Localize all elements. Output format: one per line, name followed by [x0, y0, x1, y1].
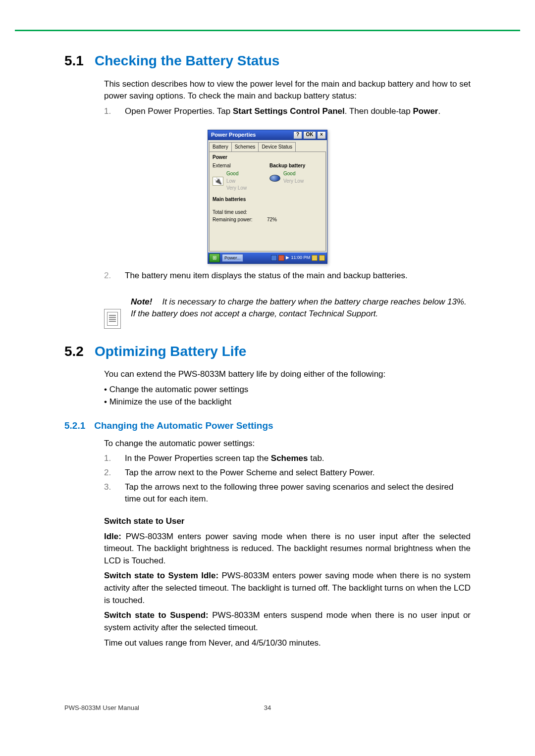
power-properties-window: Power Properties ? OK × Battery Schemes … — [208, 130, 327, 264]
power-properties-figure: Power Properties ? OK × Battery Schemes … — [15, 130, 520, 264]
suspend-para: Switch state to Suspend: PWS-8033M enter… — [104, 609, 471, 634]
system-idle-para: Switch state to System Idle: PWS-8033M e… — [104, 570, 471, 606]
t: In the Power Properties screen tap the — [125, 454, 271, 463]
external-low: Low — [226, 178, 247, 185]
step-num: 1. — [104, 453, 116, 465]
t: . Then double-tap — [345, 106, 413, 116]
heading-num: 5.2.1 — [15, 419, 85, 433]
heading-num: 5.2 — [15, 342, 84, 362]
total-time-label: Total time used: — [213, 209, 267, 216]
step-521-1: 1. In the Power Properties screen tap th… — [104, 453, 471, 465]
b: Switch state to System Idle: — [104, 571, 218, 580]
footer-page-number: 34 — [264, 704, 271, 713]
tab-schemes[interactable]: Schemes — [231, 142, 259, 152]
backup-battery-icon — [269, 175, 280, 182]
step-521-3: 3. Tap the arrows next to the following … — [104, 481, 471, 505]
bullet-2: • Minimize the use of the backlight — [104, 396, 471, 408]
tray-icon[interactable] — [271, 255, 277, 261]
b: Schemes — [271, 454, 308, 463]
b: Switch state to Suspend: — [104, 610, 209, 620]
switch-state-user-head: Switch state to User — [104, 515, 471, 528]
idle-para: Idle: PWS-8033M enters power saving mode… — [104, 531, 471, 567]
heading-text: Optimizing Battery Life — [95, 342, 246, 362]
external-label: External — [213, 162, 266, 170]
step-text: The battery menu item displays the statu… — [125, 270, 408, 282]
taskbar-power-button[interactable]: Power... — [222, 254, 243, 262]
t: PWS-8033M enters power saving mode when … — [104, 532, 471, 565]
tray-icon[interactable] — [319, 255, 325, 261]
help-button[interactable]: ? — [293, 131, 302, 139]
b: Start — [233, 106, 252, 116]
heading-5-2-1: 5.2.1 Changing the Automatic Power Setti… — [15, 419, 520, 433]
b: Idle: — [104, 532, 121, 541]
power-group-label: Power — [213, 154, 322, 161]
heading-num: 5.1 — [15, 51, 84, 71]
remaining-label: Remaining power: — [213, 216, 267, 224]
note-text: Note!It is necessary to charge the batte… — [131, 296, 471, 320]
step-num: 1. — [104, 105, 116, 118]
taskbar-clock: 11:00 PM — [291, 254, 310, 261]
taskbar-power-label: Power... — [224, 255, 241, 261]
note-icon — [104, 309, 121, 329]
tab-bar: Battery Schemes Device Status — [208, 140, 327, 152]
backup-verylow: Very Low — [283, 178, 304, 185]
heading-text: Changing the Automatic Power Settings — [94, 419, 273, 433]
start-button[interactable]: ⊞ — [209, 253, 220, 262]
step-521-2: 2. Tap the arrow next to the Power Schem… — [104, 467, 471, 479]
b: Control Panel — [290, 106, 345, 116]
intro-5-1: This section describes how to view the p… — [104, 78, 471, 102]
intro-5-2-1: To change the automatic power settings: — [104, 438, 471, 450]
step-num: 3. — [104, 481, 116, 505]
external-column: External Good Low Very Low — [213, 162, 266, 192]
timeout-para: Time out values range from Never, and 4/… — [104, 637, 471, 650]
note-block: Note!It is necessary to charge the batte… — [15, 296, 520, 329]
step-num: 2. — [104, 467, 116, 479]
step-1: 1. Open Power Properties. Tap Start Sett… — [104, 105, 471, 118]
tab-device-status[interactable]: Device Status — [258, 142, 296, 152]
taskbar: ⊞ Power... ▶ 11:00 PM — [208, 252, 327, 263]
t: tab. — [308, 454, 324, 463]
heading-text: Checking the Battery Status — [95, 51, 279, 71]
step-2: 2. The battery menu item displays the st… — [104, 270, 471, 282]
heading-5-2: 5.2 Optimizing Battery Life — [15, 342, 520, 362]
tray-icon[interactable] — [312, 255, 318, 261]
tray-icon[interactable] — [278, 255, 284, 261]
intro-5-2: You can extend the PWS-8033M battery lif… — [104, 368, 471, 381]
b: Settings — [254, 106, 287, 116]
step-text: Tap the arrows next to the following thr… — [125, 481, 471, 505]
backup-label: Backup battery — [269, 162, 322, 170]
main-batteries-label: Main batteries — [213, 196, 322, 203]
external-verylow: Very Low — [226, 185, 247, 192]
footer-left: PWS-8033M User Manual — [64, 704, 139, 713]
close-button[interactable]: × — [317, 131, 326, 139]
window-title: Power Properties — [211, 131, 292, 139]
step-text: Open Power Properties. Tap Start Setting… — [125, 105, 440, 118]
tray-arrow-icon[interactable]: ▶ — [286, 254, 289, 261]
t: . — [438, 106, 440, 116]
plug-icon — [213, 177, 223, 186]
main-stats: Total time used: Remaining power:72% — [213, 209, 322, 223]
page-footer: PWS-8033M User Manual 34 — [15, 684, 520, 713]
t: Open Power Properties. Tap — [125, 106, 233, 116]
step-text: Tap the arrow next to the Power Scheme a… — [125, 467, 375, 479]
tab-battery[interactable]: Battery — [209, 142, 232, 152]
external-good: Good — [226, 170, 247, 178]
b: Power — [413, 106, 438, 116]
window-titlebar: Power Properties ? OK × — [208, 130, 327, 140]
note-label: Note! — [131, 297, 152, 306]
window-body: Power External Good Low Very Low Backup … — [209, 151, 326, 252]
top-rule — [15, 30, 520, 31]
ok-button[interactable]: OK — [303, 131, 316, 139]
remaining-value: 72% — [267, 216, 277, 224]
backup-column: Backup battery Good Very Low — [269, 162, 322, 192]
note-body: It is necessary to charge the battery wh… — [131, 297, 467, 319]
backup-good: Good — [283, 170, 304, 178]
bullet-1: • Change the automatic power settings — [104, 384, 471, 396]
heading-5-1: 5.1 Checking the Battery Status — [15, 51, 520, 71]
step-text: In the Power Properties screen tap the S… — [125, 453, 324, 465]
step-num: 2. — [104, 270, 116, 282]
system-tray: ▶ 11:00 PM — [271, 254, 327, 261]
